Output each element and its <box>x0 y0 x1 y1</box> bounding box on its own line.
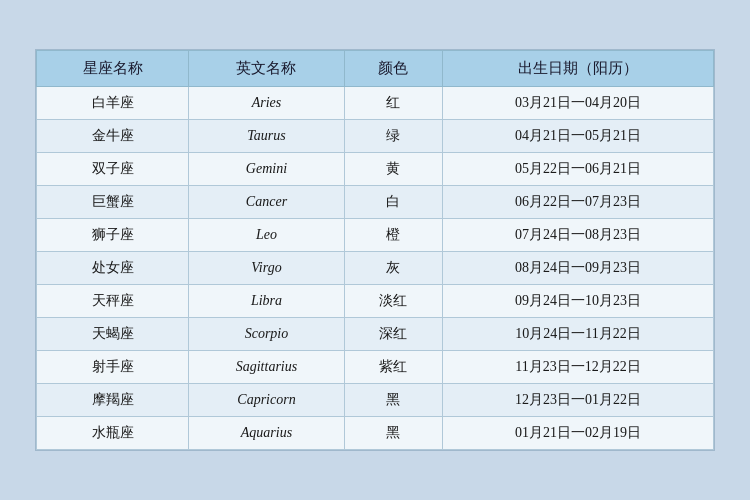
color-cell: 深红 <box>344 318 443 351</box>
english-name-cell: Virgo <box>189 252 344 285</box>
dates-cell: 05月22日一06月21日 <box>443 153 714 186</box>
header-color: 颜色 <box>344 51 443 87</box>
color-cell: 黑 <box>344 417 443 450</box>
dates-cell: 08月24日一09月23日 <box>443 252 714 285</box>
color-cell: 淡红 <box>344 285 443 318</box>
color-cell: 橙 <box>344 219 443 252</box>
table-row: 射手座Sagittarius紫红11月23日一12月22日 <box>37 351 714 384</box>
chinese-name-cell: 处女座 <box>37 252 189 285</box>
table-row: 天蝎座Scorpio深红10月24日一11月22日 <box>37 318 714 351</box>
chinese-name-cell: 双子座 <box>37 153 189 186</box>
dates-cell: 07月24日一08月23日 <box>443 219 714 252</box>
table-row: 天秤座Libra淡红09月24日一10月23日 <box>37 285 714 318</box>
header-chinese-name: 星座名称 <box>37 51 189 87</box>
chinese-name-cell: 巨蟹座 <box>37 186 189 219</box>
english-name-cell: Capricorn <box>189 384 344 417</box>
zodiac-table-container: 星座名称 英文名称 颜色 出生日期（阳历） 白羊座Aries红03月21日一04… <box>35 49 715 451</box>
chinese-name-cell: 天蝎座 <box>37 318 189 351</box>
header-birth-date: 出生日期（阳历） <box>443 51 714 87</box>
color-cell: 红 <box>344 87 443 120</box>
color-cell: 黄 <box>344 153 443 186</box>
chinese-name-cell: 白羊座 <box>37 87 189 120</box>
chinese-name-cell: 射手座 <box>37 351 189 384</box>
chinese-name-cell: 金牛座 <box>37 120 189 153</box>
color-cell: 黑 <box>344 384 443 417</box>
english-name-cell: Leo <box>189 219 344 252</box>
table-row: 金牛座Taurus绿04月21日一05月21日 <box>37 120 714 153</box>
chinese-name-cell: 天秤座 <box>37 285 189 318</box>
zodiac-table: 星座名称 英文名称 颜色 出生日期（阳历） 白羊座Aries红03月21日一04… <box>36 50 714 450</box>
dates-cell: 04月21日一05月21日 <box>443 120 714 153</box>
chinese-name-cell: 摩羯座 <box>37 384 189 417</box>
table-row: 白羊座Aries红03月21日一04月20日 <box>37 87 714 120</box>
table-header-row: 星座名称 英文名称 颜色 出生日期（阳历） <box>37 51 714 87</box>
english-name-cell: Sagittarius <box>189 351 344 384</box>
table-row: 处女座Virgo灰08月24日一09月23日 <box>37 252 714 285</box>
dates-cell: 06月22日一07月23日 <box>443 186 714 219</box>
english-name-cell: Libra <box>189 285 344 318</box>
english-name-cell: Gemini <box>189 153 344 186</box>
english-name-cell: Aquarius <box>189 417 344 450</box>
dates-cell: 03月21日一04月20日 <box>443 87 714 120</box>
dates-cell: 10月24日一11月22日 <box>443 318 714 351</box>
table-row: 水瓶座Aquarius黑01月21日一02月19日 <box>37 417 714 450</box>
dates-cell: 12月23日一01月22日 <box>443 384 714 417</box>
chinese-name-cell: 狮子座 <box>37 219 189 252</box>
color-cell: 绿 <box>344 120 443 153</box>
english-name-cell: Aries <box>189 87 344 120</box>
table-body: 白羊座Aries红03月21日一04月20日金牛座Taurus绿04月21日一0… <box>37 87 714 450</box>
dates-cell: 11月23日一12月22日 <box>443 351 714 384</box>
table-row: 双子座Gemini黄05月22日一06月21日 <box>37 153 714 186</box>
table-row: 巨蟹座Cancer白06月22日一07月23日 <box>37 186 714 219</box>
english-name-cell: Scorpio <box>189 318 344 351</box>
color-cell: 灰 <box>344 252 443 285</box>
color-cell: 白 <box>344 186 443 219</box>
chinese-name-cell: 水瓶座 <box>37 417 189 450</box>
dates-cell: 01月21日一02月19日 <box>443 417 714 450</box>
color-cell: 紫红 <box>344 351 443 384</box>
header-english-name: 英文名称 <box>189 51 344 87</box>
table-row: 摩羯座Capricorn黑12月23日一01月22日 <box>37 384 714 417</box>
english-name-cell: Taurus <box>189 120 344 153</box>
english-name-cell: Cancer <box>189 186 344 219</box>
dates-cell: 09月24日一10月23日 <box>443 285 714 318</box>
table-row: 狮子座Leo橙07月24日一08月23日 <box>37 219 714 252</box>
